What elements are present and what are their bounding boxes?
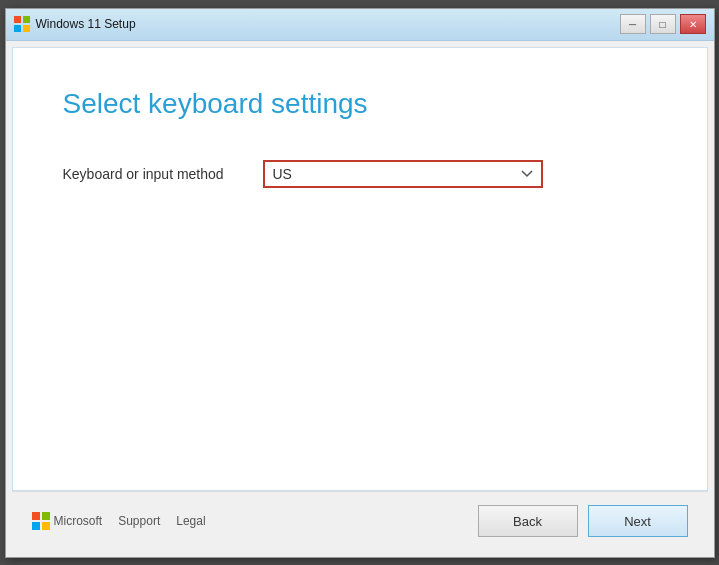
footer: Microsoft Support Legal Back Next — [12, 491, 708, 551]
window-title: Windows 11 Setup — [36, 17, 136, 31]
svg-rect-2 — [14, 25, 21, 32]
svg-rect-0 — [14, 16, 21, 23]
content-spacer — [63, 188, 657, 470]
windows-icon — [14, 16, 30, 32]
keyboard-label: Keyboard or input method — [63, 166, 243, 182]
title-bar-controls: ─ □ ✕ — [620, 14, 706, 34]
ms-yellow-cell — [42, 522, 50, 530]
ms-blue-cell — [32, 522, 40, 530]
title-bar-left: Windows 11 Setup — [14, 16, 136, 32]
close-button[interactable]: ✕ — [680, 14, 706, 34]
support-link[interactable]: Support — [118, 514, 160, 528]
page-title: Select keyboard settings — [63, 88, 657, 120]
content-area: Select keyboard settings Keyboard or inp… — [12, 47, 708, 491]
setup-window: Windows 11 Setup ─ □ ✕ Select keyboard s… — [5, 8, 715, 558]
ms-green-cell — [42, 512, 50, 520]
svg-rect-1 — [23, 16, 30, 23]
ms-grid-icon — [32, 512, 50, 530]
footer-right: Back Next — [478, 505, 688, 537]
next-button[interactable]: Next — [588, 505, 688, 537]
microsoft-label: Microsoft — [54, 514, 103, 528]
keyboard-select[interactable]: US United Kingdom German French Spanish … — [263, 160, 543, 188]
ms-red-cell — [32, 512, 40, 520]
svg-rect-3 — [23, 25, 30, 32]
maximize-button[interactable]: □ — [650, 14, 676, 34]
keyboard-form-row: Keyboard or input method US United Kingd… — [63, 160, 657, 188]
minimize-button[interactable]: ─ — [620, 14, 646, 34]
back-button[interactable]: Back — [478, 505, 578, 537]
title-bar: Windows 11 Setup ─ □ ✕ — [6, 9, 714, 41]
footer-left: Microsoft Support Legal — [32, 512, 206, 530]
legal-link[interactable]: Legal — [176, 514, 205, 528]
microsoft-logo: Microsoft — [32, 512, 103, 530]
